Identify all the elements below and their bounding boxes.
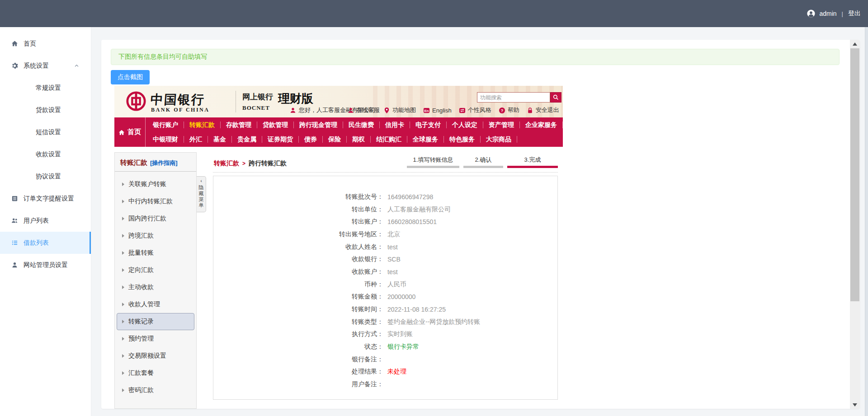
doc-icon — [11, 195, 19, 202]
quick-link[interactable]: 功能地图 — [383, 106, 416, 114]
quick-link[interactable]: ? 帮助 — [499, 106, 519, 114]
sidemenu-item[interactable]: 交易限额设置 — [117, 347, 194, 365]
nav-item[interactable]: 结汇购汇 — [371, 136, 407, 143]
browser-scroll-track[interactable] — [865, 27, 868, 416]
field-row: 收款人姓名： test — [213, 241, 557, 253]
field-value: test — [387, 268, 398, 276]
field-row: 收款银行： SCB — [213, 253, 557, 266]
nav-item[interactable]: 中银理财 — [147, 136, 184, 143]
quick-link[interactable]: En English — [423, 107, 452, 114]
nav-item[interactable]: 保险 — [323, 136, 347, 143]
sidemenu-item[interactable]: 定向汇款 — [117, 262, 194, 279]
sidemenu-item-label: 转账记录 — [128, 318, 154, 326]
sidebar-item[interactable]: 常规设置 — [0, 77, 91, 99]
sidemenu-item[interactable]: 批量转账 — [117, 244, 194, 262]
quick-link[interactable]: 个性风格 — [459, 106, 491, 114]
scroll-down-button[interactable] — [850, 401, 860, 409]
nav-item[interactable]: 贵金属 — [232, 136, 262, 143]
nav-item[interactable]: 民生缴费 — [343, 122, 380, 128]
arrow-right-icon — [122, 371, 124, 375]
field-label: 银行备注 — [352, 355, 377, 363]
nav-item[interactable]: 个人设定 — [447, 122, 483, 128]
arrow-right-icon — [122, 388, 124, 392]
nav-item[interactable]: 基金 — [208, 136, 232, 143]
sidemenu-item[interactable]: 主动收款 — [117, 279, 194, 296]
nav-item[interactable]: 电子支付 — [410, 122, 447, 128]
sidemenu-item[interactable]: 收款人管理 — [117, 296, 194, 313]
hide-menu-tab[interactable]: ‹ 隐藏菜单 — [197, 176, 206, 212]
sidemenu-item[interactable]: 关联账户转账 — [117, 176, 194, 193]
nav-home[interactable]: 首页 — [114, 117, 146, 147]
service-icon — [348, 107, 354, 114]
sidebar-item[interactable]: 借款列表 — [0, 232, 91, 254]
field-label-colon: ： — [377, 330, 383, 337]
sidebar-item-label: 系统设置 — [24, 62, 49, 70]
card-scrollbar[interactable] — [850, 40, 860, 409]
scrollbar-thumb[interactable] — [850, 48, 859, 301]
step-label: 2.确认 — [475, 156, 492, 163]
nav-item[interactable]: 大宗商品 — [481, 136, 517, 143]
sidemenu-item[interactable]: 密码汇款 — [117, 382, 194, 399]
nav-item[interactable]: 跨行现金管理 — [294, 122, 343, 128]
nav-item[interactable]: 外汇 — [184, 136, 208, 143]
nav-item[interactable]: 转账汇款 — [184, 122, 221, 128]
sidemenu-item[interactable]: 转账记录 — [117, 313, 194, 330]
scroll-up-button[interactable] — [850, 40, 860, 48]
sidemenu-item[interactable]: 国内跨行汇款 — [117, 210, 194, 227]
nav-item[interactable]: 债券 — [299, 136, 323, 143]
sidemenu-item-label: 预约管理 — [128, 335, 154, 343]
scroll-up-icon — [853, 42, 857, 46]
nav-item[interactable]: 银行账户 — [147, 122, 184, 128]
field-label-colon: ： — [377, 380, 383, 388]
search-button[interactable] — [550, 92, 561, 103]
chevron-up-icon[interactable] — [74, 63, 79, 68]
sidebar-item[interactable]: 收款设置 — [0, 143, 91, 165]
online-service-link[interactable]: 在线客服 — [348, 106, 380, 114]
field-label: 用户备注 — [352, 380, 377, 388]
nav-item[interactable]: 存款管理 — [221, 122, 257, 128]
field-label-colon: ： — [377, 206, 383, 213]
sidebar-item[interactable]: 贷款设置 — [0, 99, 91, 121]
nav-item[interactable]: 资产管理 — [483, 122, 520, 128]
nav-item[interactable]: 信用卡 — [380, 122, 410, 128]
nav-item[interactable]: 贷款管理 — [257, 122, 294, 128]
user-menu[interactable]: admin | 登出 — [807, 9, 861, 18]
sidebar-item[interactable]: 短信设置 — [0, 121, 91, 143]
field-row: 转出账户： 16602808015501 — [213, 215, 557, 228]
arrow-right-icon — [122, 234, 124, 238]
quick-link-label: 个性风格 — [468, 106, 491, 114]
sidebar-item[interactable]: 系统设置 — [0, 55, 91, 77]
field-label: 收款人姓名 — [345, 243, 377, 250]
nav-item[interactable]: 企业家服务 — [520, 122, 563, 128]
breadcrumb-root[interactable]: 转账汇款 — [214, 159, 239, 168]
field-value: 人民币 — [387, 280, 406, 289]
arrow-right-icon — [122, 285, 124, 289]
nav-item[interactable]: 全球服务 — [407, 136, 444, 143]
sidemenu-item[interactable]: 跨境汇款 — [117, 227, 194, 244]
sidebar-item[interactable]: 首页 — [0, 33, 91, 55]
sidemenu-item[interactable]: 中行内转账汇款 — [117, 193, 194, 210]
quick-link[interactable]: 安全退出 — [527, 106, 559, 114]
breadcrumb-current: 跨行转账汇款 — [249, 159, 287, 168]
nav-item[interactable]: 证券期货 — [262, 136, 299, 143]
sidemenu-item-label: 定向汇款 — [128, 266, 154, 274]
transfer-result-panel: 转账汇款 > 跨行转账汇款 1.填写转账信息 2.确认 — [213, 152, 558, 409]
function-search-input[interactable] — [477, 92, 550, 103]
sidebar-item[interactable]: 网站管理员设置 — [0, 254, 91, 276]
field-row: 用户备注： — [213, 378, 557, 391]
sidemenu-item[interactable]: 预约管理 — [117, 330, 194, 347]
sidebar-item[interactable]: 用户列表 — [0, 210, 91, 232]
field-label-colon: ： — [377, 230, 383, 238]
sidebar-item[interactable]: 订单文字提醒设置 — [0, 187, 91, 210]
sidebar-item-label: 网站管理员设置 — [24, 261, 68, 269]
logout-link[interactable]: 登出 — [848, 9, 861, 18]
sidemenu-item[interactable]: 汇款套餐 — [117, 365, 194, 382]
step-bar — [463, 166, 503, 168]
screenshot-button[interactable]: 点击截图 — [111, 70, 150, 84]
sidebar-item[interactable]: 协议设置 — [0, 165, 91, 187]
nav-item[interactable]: 期权 — [347, 136, 371, 143]
nav-item[interactable]: 特色服务 — [444, 136, 481, 143]
operation-guide-link[interactable]: [操作指南] — [150, 159, 178, 166]
field-row: 银行备注： — [213, 353, 557, 366]
field-row: 处理结果： 未处理 — [213, 366, 557, 379]
